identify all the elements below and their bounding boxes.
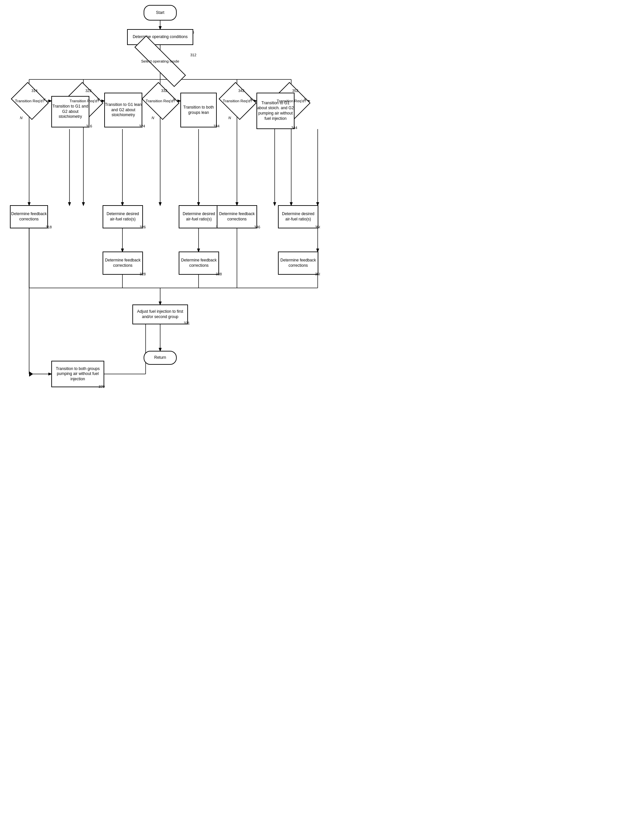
svg-marker-40 — [29, 371, 33, 377]
label-342-n: N — [228, 116, 231, 120]
ref-352: 352 — [292, 89, 298, 93]
box-328-label: Determine feedback corrections — [103, 258, 142, 268]
box-356: Determine desired air-fuel ratio(s) — [278, 205, 318, 228]
box-324: Transition to G1 lean and G2 about stoic… — [104, 93, 142, 127]
ref-312: 312 — [190, 53, 196, 57]
diamond-342-label: Transition Req'd? — [223, 99, 252, 104]
ref-322: 322 — [85, 89, 91, 93]
diamond-332-label: Transition Req'd? — [146, 99, 175, 104]
box-338-label: Determine feedback corrections — [179, 258, 218, 268]
box-328: Determine feedback corrections — [102, 251, 143, 275]
box-338: Determine feedback corrections — [179, 251, 219, 275]
box-334-label: Transition to both groups lean — [181, 105, 216, 115]
box-316-label: Transition to G1 and G2 about stoichiome… — [52, 104, 89, 120]
box-346: Determine feedback corrections — [217, 205, 257, 228]
ref-356: 356 — [315, 225, 320, 229]
box-326: Determine desired air-fuel ratio(s) — [102, 205, 143, 228]
diamond-314-label: Transition Req'd? — [15, 99, 44, 104]
diamond-332: Transition Req'd? — [142, 88, 179, 114]
select-mode-label: Select operating mode — [141, 59, 179, 64]
label-314-n: N — [20, 116, 22, 120]
diamond-314: Transition Req'd? — [11, 88, 48, 114]
select-mode-diamond: Select operating mode — [127, 51, 193, 71]
ref-314: 314 — [32, 89, 37, 93]
start-label: Start — [156, 10, 164, 16]
ref-326: 326 — [140, 225, 146, 229]
ref-321: 321 — [184, 321, 190, 325]
return-node: Return — [144, 351, 177, 365]
flowchart: Start 310 Determine operating conditions… — [0, 0, 320, 420]
box-324-label: Transition to G1 lean and G2 about stoic… — [105, 102, 142, 118]
box-356-label: Determine desired air-fuel ratio(s) — [278, 211, 318, 222]
ref-358: 358 — [315, 272, 320, 276]
box-370-label: Transition to both groups pumping air wi… — [52, 366, 104, 382]
box-336: Determine desired air-fuel ratio(s) — [179, 205, 219, 228]
box-358: Determine feedback corrections — [278, 251, 318, 275]
diamond-352-label: Transition Req'd? — [277, 99, 306, 104]
ref-316: 316 — [86, 124, 92, 128]
box-326-label: Determine desired air-fuel ratio(s) — [103, 211, 142, 222]
ref-338: 338 — [216, 272, 222, 276]
ref-328: 328 — [140, 272, 146, 276]
ref-334: 334 — [213, 124, 219, 128]
start-node: Start — [144, 5, 177, 21]
ref-332: 332 — [161, 89, 167, 93]
box-344: Transition to G1 about stoich. and G2 pu… — [256, 93, 294, 129]
ref-318: 318 — [46, 225, 52, 229]
determine-operating-node: Determine operating conditions — [127, 29, 193, 45]
ref-324: 324 — [139, 124, 145, 128]
box-336-label: Determine desired air-fuel ratio(s) — [179, 211, 218, 222]
determine-operating-label: Determine operating conditions — [133, 34, 188, 40]
diamond-342: Transition Req'd? — [219, 88, 256, 114]
ref-346: 346 — [254, 225, 260, 229]
box-344-label: Transition to G1 about stoich. and G2 pu… — [257, 101, 294, 121]
box-370: Transition to both groups pumping air wi… — [51, 361, 104, 387]
box-318-label: Determine feedback corrections — [11, 211, 47, 222]
diamond-322-label: Transition Req'd? — [69, 99, 99, 104]
ref-370: 370 — [99, 385, 104, 389]
ref-344: 344 — [291, 126, 297, 130]
box-334: Transition to both groups lean — [180, 93, 217, 127]
ref-342: 342 — [238, 89, 244, 93]
label-332-n: N — [152, 116, 154, 120]
adjust-321-label: Adjust fuel injection to first and/or se… — [133, 309, 187, 319]
return-label: Return — [154, 355, 166, 360]
adjust-321: Adjust fuel injection to first and/or se… — [132, 304, 188, 324]
box-346-label: Determine feedback corrections — [218, 211, 256, 222]
box-358-label: Determine feedback corrections — [278, 258, 318, 268]
box-318: Determine feedback corrections — [10, 205, 48, 228]
